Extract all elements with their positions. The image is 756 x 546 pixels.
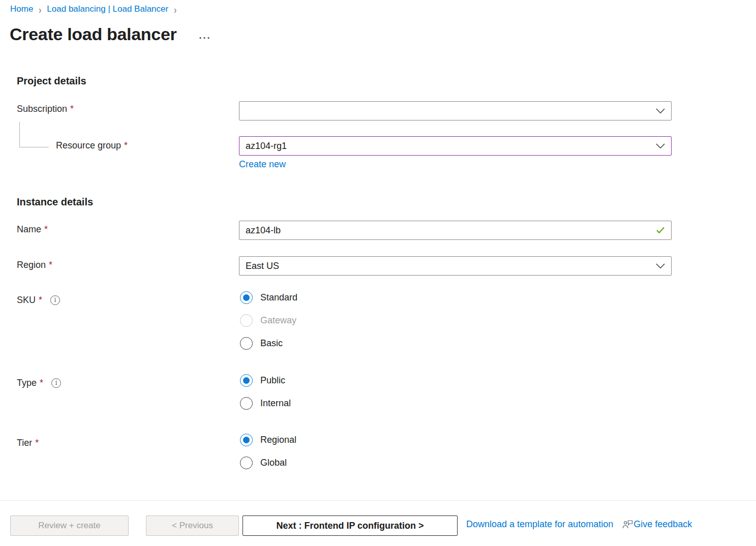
sku-option-gateway: Gateway [240,314,297,327]
previous-button[interactable]: < Previous [146,515,239,536]
required-asterisk: * [44,224,48,235]
breadcrumb-load-balancing-link[interactable]: Load balancing | Load Balancer [47,4,168,14]
valid-check-icon [656,227,665,234]
breadcrumb-separator-icon: › [174,4,176,15]
tier-option-label: Regional [260,435,296,445]
subscription-label: Subscription * [17,104,74,114]
sku-label-text: SKU [17,295,36,306]
type-label: Type * i [17,378,61,388]
tier-label-text: Tier [17,438,32,448]
sku-radio-group: Standard Gateway Basic [240,291,297,350]
chevron-down-icon [656,263,665,269]
breadcrumb: Home › Load balancing | Load Balancer › [10,4,182,14]
resource-group-dropdown[interactable]: az104-rg1 [239,136,672,156]
required-asterisk: * [124,140,128,151]
tier-option-label: Global [260,458,287,468]
radio-selected-icon [240,291,253,304]
type-radio-group: Public Internal [240,374,291,410]
sku-label: SKU * i [17,295,60,306]
sku-option-label: Standard [260,292,297,303]
give-feedback-icon [622,520,633,529]
required-asterisk: * [40,378,43,388]
name-input[interactable]: az104-lb [239,221,672,240]
type-option-public[interactable]: Public [240,374,291,387]
chevron-down-icon [656,143,665,149]
page-header: Create load balancer ··· [10,24,211,44]
breadcrumb-home-link[interactable]: Home [10,4,33,14]
required-asterisk: * [39,295,42,306]
region-label: Region * [17,260,52,270]
radio-unselected-icon [240,457,253,469]
name-label-text: Name [17,224,41,235]
sku-option-standard[interactable]: Standard [240,291,297,304]
chevron-down-icon [656,108,665,114]
tier-radio-group: Regional Global [240,434,296,469]
sku-option-basic[interactable]: Basic [240,337,297,350]
resource-group-value: az104-rg1 [246,141,656,151]
resource-group-label: Resource group * [56,140,128,151]
sku-option-label: Basic [260,338,283,349]
subscription-label-text: Subscription [17,104,67,114]
region-label-text: Region [17,260,46,270]
info-icon[interactable]: i [50,295,60,305]
footer-links: Download a template for automation Give … [466,519,692,530]
next-frontend-ip-button[interactable]: Next : Frontend IP configuration > [243,515,458,536]
instance-details-heading: Instance details [17,196,93,208]
region-dropdown[interactable]: East US [239,256,672,276]
download-template-link[interactable]: Download a template for automation [466,519,613,530]
tier-option-global[interactable]: Global [240,457,296,469]
radio-selected-icon [240,374,253,387]
subscription-dropdown[interactable] [239,101,672,120]
breadcrumb-separator-icon: › [39,4,41,15]
region-value: East US [246,261,656,271]
name-label: Name * [17,224,48,235]
radio-unselected-icon [240,397,253,410]
radio-selected-icon [240,434,253,446]
info-icon[interactable]: i [51,378,61,388]
sku-option-label: Gateway [260,315,296,326]
tier-option-regional[interactable]: Regional [240,434,296,446]
more-options-icon[interactable]: ··· [199,36,211,41]
required-asterisk: * [70,104,74,114]
required-asterisk: * [49,260,52,270]
create-new-link[interactable]: Create new [239,159,286,170]
radio-unselected-icon [240,337,253,350]
type-label-text: Type [17,378,37,388]
footer-divider [0,500,756,501]
type-option-label: Public [260,375,285,386]
name-value: az104-lb [246,225,656,236]
project-details-heading: Project details [17,75,86,87]
type-option-label: Internal [260,398,291,409]
required-asterisk: * [35,438,39,448]
subscription-resource-group-connector [19,122,49,147]
type-option-internal[interactable]: Internal [240,397,291,410]
radio-disabled-icon [240,314,253,327]
page-title: Create load balancer [10,24,176,44]
review-create-button[interactable]: Review + create [10,515,129,536]
tier-label: Tier * [17,438,39,448]
give-feedback-link[interactable]: Give feedback [633,519,692,530]
resource-group-label-text: Resource group [56,140,121,151]
